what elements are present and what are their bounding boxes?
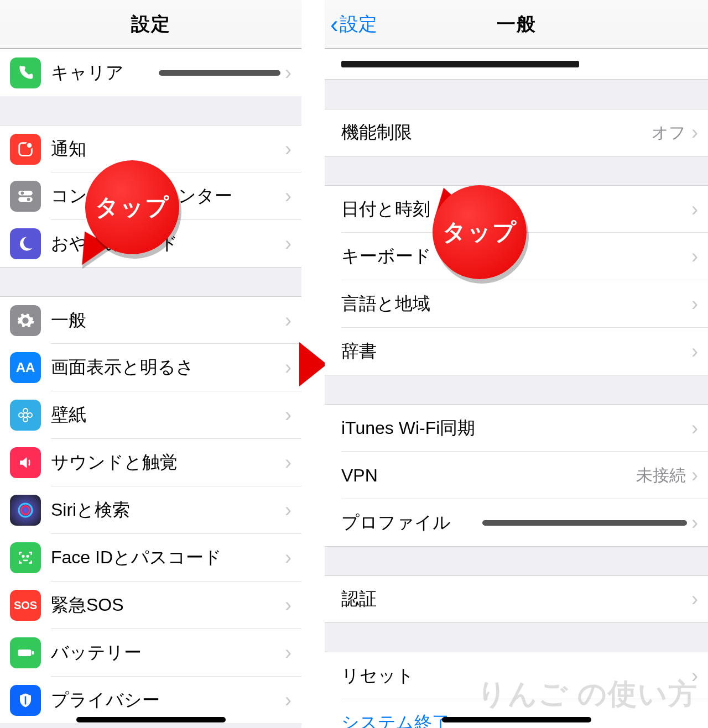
chevron-right-icon: › [285, 185, 291, 208]
tap-callout: タップ [85, 160, 179, 254]
chevron-right-icon: › [691, 121, 698, 144]
svg-point-7 [23, 408, 28, 413]
svg-point-14 [27, 556, 29, 557]
navbar-title: 一般 [497, 12, 537, 37]
redacted-row [341, 61, 579, 67]
chevron-right-icon: › [285, 594, 291, 617]
cell-display[interactable]: AA 画面表示と明るさ › [0, 344, 301, 391]
chevron-right-icon: › [285, 356, 291, 379]
svg-point-13 [23, 556, 24, 557]
svg-point-9 [19, 413, 23, 417]
siri-icon [10, 495, 41, 526]
cell-label: 機能制限 [341, 121, 652, 145]
cell-certificates[interactable]: 認証 › [325, 575, 708, 623]
svg-point-12 [22, 506, 30, 515]
svg-rect-16 [32, 651, 34, 654]
wallpaper-icon [10, 400, 41, 431]
back-button[interactable]: ‹ 設定 [330, 12, 377, 37]
cell-battery[interactable]: バッテリー › [0, 629, 301, 677]
settings-screen: 設定 キャリア › 通知 › [0, 0, 301, 728]
chevron-right-icon: › [285, 404, 291, 427]
cell-faceid[interactable]: Face IDとパスコード › [0, 534, 301, 582]
cell-label: 画面表示と明るさ [51, 355, 285, 380]
cell-label: プロファイル [341, 511, 482, 535]
general-scroll[interactable]: 機能制限 オフ › 日付と時刻 › キーボード › 言語と地域 › 辞書 [325, 49, 708, 728]
cell-label: 壁紙 [51, 403, 285, 427]
cell-label: サウンドと触覚 [51, 451, 285, 475]
chevron-right-icon: › [285, 641, 291, 664]
svg-point-10 [28, 413, 32, 417]
chevron-right-icon: › [285, 546, 291, 569]
cell-label: iTunes Wi-Fi同期 [341, 416, 691, 441]
chevron-right-icon: › [285, 232, 291, 255]
cell-detail: オフ [652, 122, 686, 144]
tap-callout: タップ [433, 185, 527, 279]
battery-icon [10, 637, 41, 668]
cell-label: キャリア [51, 61, 159, 85]
cell-vpn[interactable]: VPN 未接続 › [325, 452, 708, 499]
chevron-right-icon: › [691, 245, 698, 268]
cell-label: Siriと検索 [51, 498, 285, 522]
cell-label: 一般 [51, 308, 285, 333]
chevron-right-icon: › [285, 689, 291, 712]
redacted-value [159, 70, 280, 76]
home-indicator [442, 717, 591, 722]
chevron-left-icon: ‹ [330, 12, 339, 36]
chevron-right-icon: › [691, 511, 698, 535]
privacy-icon [10, 685, 41, 716]
cell-profile[interactable]: プロファイル › [325, 499, 708, 547]
cell-label: 緊急SOS [51, 593, 285, 617]
callout-text: タップ [95, 192, 170, 223]
cell-itunes-wifi[interactable]: iTunes Wi-Fi同期 › [325, 404, 708, 452]
chevron-right-icon: › [285, 309, 291, 332]
moon-icon [10, 228, 41, 259]
cell-label: プライバシー [51, 688, 285, 713]
chevron-right-icon: › [691, 340, 698, 363]
transition-arrow-area [301, 0, 325, 728]
cell-general[interactable]: 一般 › [0, 296, 301, 344]
gear-icon [10, 305, 41, 336]
faceid-icon [10, 542, 41, 573]
display-icon: AA [10, 352, 41, 383]
cell-carrier[interactable]: キャリア › [0, 49, 301, 96]
chevron-right-icon: › [691, 588, 698, 611]
settings-scroll[interactable]: キャリア › 通知 › コントロールセンター › [0, 49, 301, 728]
navbar-title: 設定 [131, 12, 171, 37]
svg-rect-3 [18, 197, 33, 202]
cell-label: VPN [341, 465, 636, 486]
svg-point-1 [26, 142, 32, 148]
cell-restrictions[interactable]: 機能制限 オフ › [325, 109, 708, 156]
cell-language-region[interactable]: 言語と地域 › [325, 280, 708, 328]
control-center-icon [10, 181, 41, 212]
chevron-right-icon: › [691, 198, 698, 221]
chevron-right-icon: › [285, 499, 291, 522]
phone-icon [10, 57, 41, 88]
cell-detail: 未接続 [636, 464, 686, 487]
navbar-settings: 設定 [0, 0, 301, 49]
sounds-icon [10, 447, 41, 478]
cell-label: 認証 [341, 587, 691, 611]
callout-text: タップ [442, 217, 517, 248]
chevron-right-icon: › [285, 138, 291, 161]
general-screen: ‹ 設定 一般 機能制限 オフ › 日付と時刻 › [325, 0, 708, 728]
cell-wallpaper[interactable]: 壁紙 › [0, 391, 301, 439]
back-label: 設定 [340, 12, 377, 37]
arrow-right-icon [299, 342, 327, 386]
chevron-right-icon: › [285, 61, 291, 85]
cell-label: Face IDとパスコード [51, 546, 285, 570]
svg-rect-15 [18, 650, 32, 656]
home-indicator [76, 717, 226, 722]
cell-label: バッテリー [51, 641, 285, 665]
cell-partial-top[interactable] [325, 49, 708, 80]
cell-dictionary[interactable]: 辞書 › [325, 328, 708, 375]
cell-siri[interactable]: Siriと検索 › [0, 486, 301, 534]
svg-rect-2 [18, 191, 33, 196]
cell-label: 通知 [51, 137, 285, 161]
cell-sounds[interactable]: サウンドと触覚 › [0, 439, 301, 486]
notifications-icon [10, 134, 41, 165]
cell-sos[interactable]: SOS 緊急SOS › [0, 582, 301, 629]
svg-point-5 [27, 198, 30, 201]
sos-icon: SOS [10, 590, 41, 621]
svg-point-8 [23, 417, 28, 422]
chevron-right-icon: › [691, 417, 698, 440]
